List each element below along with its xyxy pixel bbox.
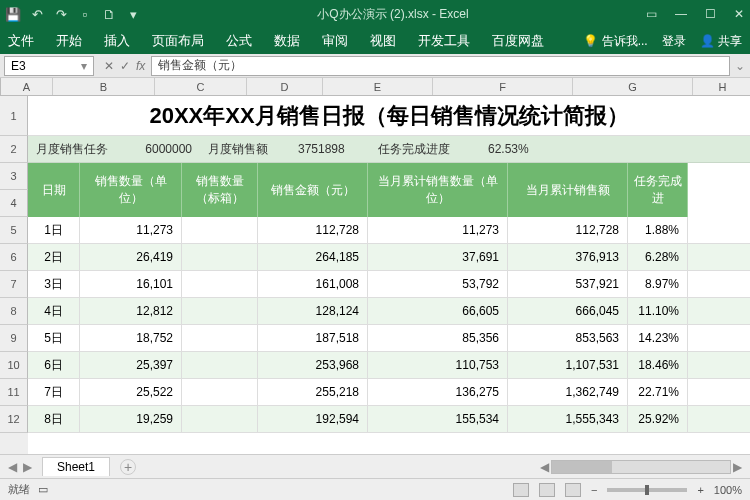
table-cell[interactable]: 66,605 [368,298,508,324]
tab-next-icon[interactable]: ▶ [23,460,32,474]
table-cell[interactable]: 253,968 [258,352,368,378]
row-header[interactable]: 1 [0,96,28,136]
save-icon[interactable]: 💾 [6,7,20,21]
table-cell[interactable]: 18,752 [80,325,182,351]
col-header[interactable]: G [573,78,693,95]
name-box[interactable]: E3▾ [4,56,94,76]
table-cell[interactable]: 8.97% [628,271,688,297]
formula-input[interactable]: 销售金额（元） [151,56,730,76]
row-header[interactable]: 8 [0,298,28,325]
undo-icon[interactable]: ↶ [30,7,44,21]
table-cell[interactable] [182,406,258,432]
sheet-tab[interactable]: Sheet1 [42,457,110,476]
table-cell[interactable] [182,244,258,270]
minimize-icon[interactable]: — [675,7,687,21]
table-cell[interactable]: 11,273 [80,217,182,243]
table-cell[interactable]: 19,259 [80,406,182,432]
table-cell[interactable]: 255,218 [258,379,368,405]
row-header[interactable]: 7 [0,271,28,298]
table-cell[interactable] [182,352,258,378]
zoom-in-icon[interactable]: + [697,484,703,496]
table-cell[interactable]: 11.10% [628,298,688,324]
table-cell[interactable]: 187,518 [258,325,368,351]
table-cell[interactable]: 1,362,749 [508,379,628,405]
tab-prev-icon[interactable]: ◀ [8,460,17,474]
tab-data[interactable]: 数据 [274,32,300,50]
view-normal-icon[interactable] [513,483,529,497]
tab-view[interactable]: 视图 [370,32,396,50]
row-header[interactable]: 12 [0,406,28,433]
table-cell[interactable]: 37,691 [368,244,508,270]
row-header[interactable]: 10 [0,352,28,379]
table-row[interactable]: 5日18,752187,51885,356853,56314.23% [28,325,750,352]
table-cell[interactable] [182,298,258,324]
row-header[interactable]: 4 [0,190,28,217]
tab-home[interactable]: 开始 [56,32,82,50]
table-cell[interactable]: 112,728 [258,217,368,243]
tab-developer[interactable]: 开发工具 [418,32,470,50]
fx-cancel-icon[interactable]: ✕ [104,59,114,73]
table-cell[interactable] [182,325,258,351]
table-row[interactable]: 6日25,397253,968110,7531,107,53118.46% [28,352,750,379]
table-cell[interactable]: 18.46% [628,352,688,378]
tab-layout[interactable]: 页面布局 [152,32,204,50]
table-cell[interactable]: 25,397 [80,352,182,378]
table-cell[interactable]: 376,913 [508,244,628,270]
table-cell[interactable]: 264,185 [258,244,368,270]
table-cell[interactable]: 2日 [28,244,80,270]
table-cell[interactable]: 192,594 [258,406,368,432]
table-cell[interactable]: 853,563 [508,325,628,351]
grid[interactable]: 20XX年XX月销售日报（每日销售情况统计简报） 月度销售任务 6000000 … [28,96,750,454]
zoom-slider[interactable] [607,488,687,492]
col-header[interactable]: D [247,78,323,95]
signin-button[interactable]: 登录 [662,33,686,50]
preview-icon[interactable]: 🗋 [102,7,116,21]
macro-icon[interactable]: ▭ [38,483,48,496]
table-cell[interactable]: 53,792 [368,271,508,297]
hscroll[interactable]: ◀▶ [540,460,742,474]
table-cell[interactable]: 14.23% [628,325,688,351]
tell-me[interactable]: 💡 告诉我... [583,33,647,50]
table-cell[interactable]: 1,555,343 [508,406,628,432]
add-sheet-icon[interactable]: + [120,459,136,475]
table-cell[interactable]: 6.28% [628,244,688,270]
table-cell[interactable]: 110,753 [368,352,508,378]
table-row[interactable]: 2日26,419264,18537,691376,9136.28% [28,244,750,271]
table-cell[interactable] [182,271,258,297]
table-cell[interactable]: 128,124 [258,298,368,324]
row-header[interactable]: 6 [0,244,28,271]
table-cell[interactable]: 1,107,531 [508,352,628,378]
view-layout-icon[interactable] [539,483,555,497]
maximize-icon[interactable]: ☐ [705,7,716,21]
table-cell[interactable]: 12,812 [80,298,182,324]
table-row[interactable]: 1日11,273112,72811,273112,7281.88% [28,217,750,244]
table-cell[interactable]: 1日 [28,217,80,243]
table-cell[interactable]: 155,534 [368,406,508,432]
col-header[interactable]: H [693,78,750,95]
table-cell[interactable]: 6日 [28,352,80,378]
view-break-icon[interactable] [565,483,581,497]
close-icon[interactable]: ✕ [734,7,744,21]
table-cell[interactable]: 25.92% [628,406,688,432]
table-cell[interactable]: 537,921 [508,271,628,297]
table-cell[interactable]: 4日 [28,298,80,324]
table-cell[interactable]: 161,008 [258,271,368,297]
table-cell[interactable]: 112,728 [508,217,628,243]
tab-baidu[interactable]: 百度网盘 [492,32,544,50]
row-header[interactable]: 11 [0,379,28,406]
table-cell[interactable] [182,217,258,243]
table-cell[interactable]: 25,522 [80,379,182,405]
row-header[interactable]: 3 [0,163,28,190]
table-row[interactable]: 7日25,522255,218136,2751,362,74922.71% [28,379,750,406]
table-row[interactable]: 4日12,812128,12466,605666,04511.10% [28,298,750,325]
table-cell[interactable]: 8日 [28,406,80,432]
table-cell[interactable]: 85,356 [368,325,508,351]
ribbon-options-icon[interactable]: ▭ [646,7,657,21]
table-cell[interactable]: 136,275 [368,379,508,405]
table-cell[interactable]: 22.71% [628,379,688,405]
table-cell[interactable]: 11,273 [368,217,508,243]
tab-insert[interactable]: 插入 [104,32,130,50]
zoom-level[interactable]: 100% [714,484,742,496]
table-row[interactable]: 3日16,101161,00853,792537,9218.97% [28,271,750,298]
tab-formulas[interactable]: 公式 [226,32,252,50]
